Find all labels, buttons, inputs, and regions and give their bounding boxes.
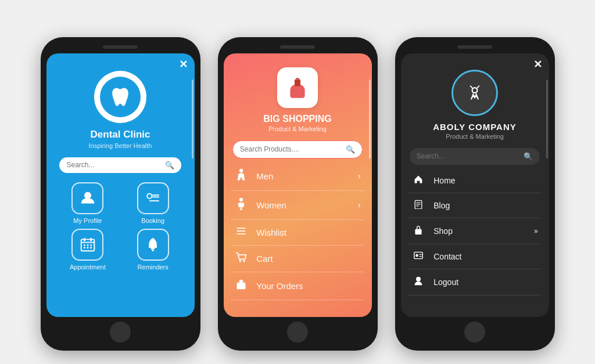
svg-point-20 (239, 197, 243, 201)
orders-label: Your Orders (256, 281, 361, 291)
svg-point-16 (152, 250, 153, 251)
shop-label: Shop (433, 226, 526, 236)
menu-item-profile[interactable]: My Profile (58, 182, 118, 224)
menu-item-appointment[interactable]: Appointment (58, 229, 118, 271)
svg-point-19 (239, 168, 243, 172)
cart-icon (234, 252, 248, 265)
phone2-screen: BIG SHOPPING Product & Marketing 🔍 (224, 53, 372, 317)
blog-icon (411, 200, 425, 211)
home-button-2[interactable] (287, 322, 308, 343)
phone-dental: ✕ Dental Clinic Inspiring Better Health (41, 37, 200, 351)
aboly-search-input[interactable] (417, 152, 520, 160)
menu-item-contact[interactable]: Contact (408, 244, 542, 269)
menu-item-shop[interactable]: Shop » (408, 218, 542, 244)
booking-label: Booking (141, 217, 164, 224)
logout-icon (411, 276, 425, 289)
menu-item-wishlist[interactable]: Wishlist (231, 220, 364, 246)
home-label: Home (433, 176, 538, 185)
contact-label: Contact (433, 252, 538, 261)
orders-icon (234, 279, 248, 293)
svg-rect-12 (84, 247, 85, 248)
close-button[interactable]: ✕ (179, 58, 188, 71)
svg-rect-37 (415, 229, 422, 235)
home-button[interactable] (110, 322, 131, 343)
menu-item-men[interactable]: Men › (231, 162, 364, 191)
shopping-menu: Men › Women › (231, 162, 364, 300)
svg-rect-8 (90, 238, 92, 242)
scrollbar-3 (546, 80, 548, 158)
profile-label: My Profile (73, 217, 102, 224)
menu-item-logout[interactable]: Logout (408, 269, 542, 295)
booking-svg (145, 190, 161, 206)
logout-svg (414, 276, 423, 286)
dental-tagline: Inspiring Better Health (89, 142, 152, 149)
cart-label: Cart (256, 254, 361, 264)
home-button-3[interactable] (464, 322, 485, 343)
phone-speaker-2 (280, 45, 315, 49)
dental-app-title: Dental Clinic (91, 129, 150, 140)
aboly-app-title: ABOLY COMPANY (433, 122, 517, 132)
phone3-screen: ✕ ABOLY COMPANY Product & Mar (401, 53, 549, 317)
dental-logo (94, 71, 146, 123)
aboly-subtitle: Product & Marketing (446, 133, 504, 140)
menu-item-women[interactable]: Women › (231, 191, 364, 220)
search-icon: 🔍 (165, 161, 174, 170)
appointment-label: Appointment (70, 264, 106, 271)
wishlist-label: Wishlist (256, 228, 361, 237)
dental-search-input[interactable] (66, 161, 161, 169)
home-icon (411, 175, 425, 186)
menu-item-cart[interactable]: Cart (231, 246, 364, 272)
cart-svg (235, 252, 247, 262)
dental-menu-grid: My Profile Booking (58, 182, 184, 271)
search-icon-dark: 🔍 (524, 152, 533, 161)
shop-arrow: » (534, 227, 538, 235)
appointment-icon-box (71, 229, 103, 261)
scrollbar-2 (369, 80, 371, 158)
shopping-subtitle: Product & Marketing (268, 125, 327, 132)
svg-rect-11 (90, 244, 92, 246)
wishlist-icon (234, 226, 248, 239)
contact-icon (411, 251, 425, 262)
shopping-search-bar[interactable]: 🔍 (232, 140, 363, 158)
men-icon (234, 168, 248, 184)
dark-menu: Home Blog (408, 168, 542, 295)
blog-label: Blog (433, 201, 538, 210)
women-svg (236, 197, 246, 210)
phone-speaker (103, 45, 138, 49)
aboly-search-bar[interactable]: 🔍 (410, 148, 540, 165)
profile-svg (80, 190, 95, 206)
blog-svg (414, 200, 423, 209)
men-label: Men (256, 171, 350, 181)
screenshot-container: ✕ Dental Clinic Inspiring Better Health (12, 12, 583, 364)
svg-rect-13 (87, 247, 89, 248)
phone1-screen: ✕ Dental Clinic Inspiring Better Health (46, 53, 195, 317)
svg-point-39 (415, 254, 418, 257)
svg-rect-9 (84, 244, 85, 246)
shopping-search-input[interactable] (240, 145, 342, 153)
home-svg (414, 175, 423, 184)
scrollbar (192, 80, 193, 158)
menu-item-orders[interactable]: Your Orders (231, 272, 364, 300)
reminders-icon-box (137, 229, 169, 261)
wishlist-svg (236, 226, 246, 236)
dental-logo-inner (100, 77, 141, 117)
women-icon (234, 197, 248, 213)
menu-item-booking[interactable]: Booking (123, 182, 183, 224)
svg-point-26 (239, 260, 241, 262)
search-icon-pink: 🔍 (346, 145, 355, 154)
menu-item-reminders[interactable]: Reminders (123, 229, 183, 271)
svg-point-1 (147, 194, 152, 199)
menu-item-home[interactable]: Home (408, 168, 542, 193)
phone-shopping: BIG SHOPPING Product & Marketing 🔍 (218, 37, 378, 351)
dental-search-bar[interactable]: 🔍 (59, 157, 181, 173)
svg-rect-10 (87, 244, 89, 246)
menu-item-blog[interactable]: Blog (408, 193, 542, 218)
dental-logo-wrapper (94, 53, 146, 123)
svg-rect-15 (151, 248, 155, 250)
shopping-app-title: BIG SHOPPING (263, 114, 331, 124)
close-button-3[interactable]: ✕ (533, 58, 542, 71)
reminders-label: Reminders (138, 264, 169, 271)
phone-aboly: ✕ ABOLY COMPANY Product & Mar (395, 37, 555, 351)
women-arrow: › (358, 200, 361, 210)
reminders-svg (146, 237, 160, 252)
